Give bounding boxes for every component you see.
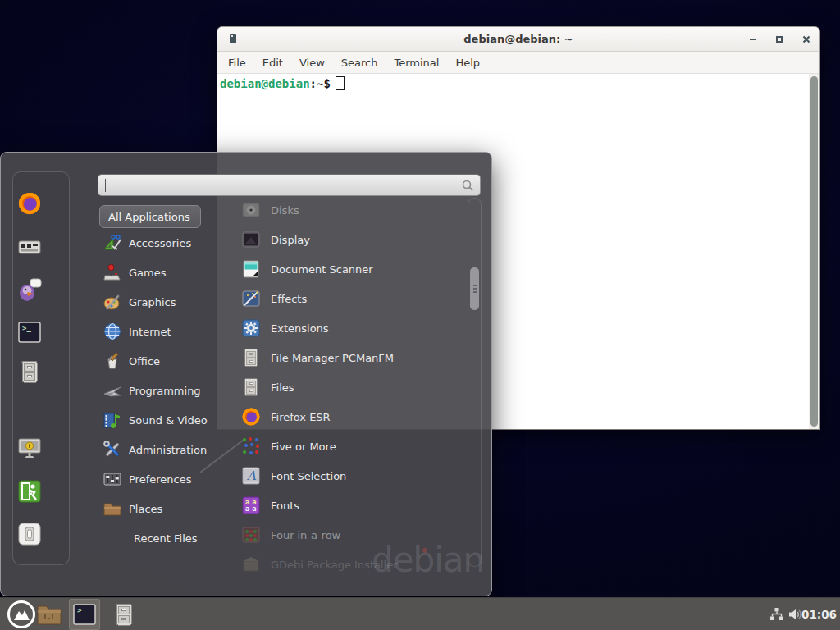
start-menu-button[interactable] [5, 599, 38, 630]
category-all-applications[interactable]: All Applications [99, 205, 201, 228]
programming-icon [103, 381, 122, 400]
logout-icon [17, 479, 42, 504]
menu-terminal[interactable]: Terminal [393, 55, 440, 71]
search-input[interactable] [98, 175, 480, 195]
search-icon [461, 179, 474, 192]
pidgin-icon [17, 277, 42, 302]
category-graphics[interactable]: Graphics [98, 287, 229, 317]
extensions-icon [241, 318, 261, 338]
category-administration[interactable]: Administration [98, 435, 229, 464]
favorite-files-button[interactable] [17, 359, 42, 384]
internet-icon [103, 322, 122, 341]
effects-icon [241, 289, 261, 308]
app-disks[interactable]: Disks [235, 195, 464, 225]
taskbar-files-button[interactable] [109, 599, 139, 630]
lock-screen-icon [17, 436, 42, 460]
accessories-icon [103, 233, 122, 253]
app-document-scanner[interactable]: Document Scanner [235, 254, 464, 284]
preferences-icon [103, 469, 122, 489]
favorite-terminal-button[interactable]: >_ [17, 320, 42, 345]
terminal-cursor [336, 76, 345, 90]
file-cabinet-icon [241, 348, 261, 368]
svg-text:A: A [246, 468, 257, 483]
menu-view[interactable]: View [299, 55, 326, 71]
app-gdebi-package-installer[interactable]: GDebi Package Installer [235, 550, 464, 579]
category-sound-video[interactable]: Sound & Video [98, 405, 229, 435]
app-display[interactable]: Display [235, 225, 464, 254]
svg-text:a a: a a [245, 505, 257, 513]
terminal-scrollbar-thumb[interactable] [810, 76, 818, 427]
favorite-firefox-button[interactable] [17, 191, 42, 216]
category-accessories[interactable]: Accessories [98, 228, 229, 258]
desktop: debian@debian: ~ File Edit View Search T… [0, 0, 840, 630]
terminal-title: debian@debian: ~ [217, 33, 819, 45]
app-list-scrollbar-track[interactable] [468, 198, 482, 567]
svg-text:>_: >_ [77, 606, 86, 614]
file-cabinet-icon [17, 359, 42, 384]
file-cabinet-icon [112, 602, 136, 627]
category-games[interactable]: Games [98, 258, 229, 287]
five-or-more-icon [241, 436, 261, 456]
app-four-in-a-row[interactable]: Four-in-a-row [235, 520, 464, 550]
app-font-selection[interactable]: A Font Selection [235, 461, 464, 491]
app-list-scrollbar-thumb[interactable] [470, 267, 479, 310]
menu-search[interactable]: Search [340, 55, 379, 71]
firefox-icon [241, 407, 261, 427]
folder-icon [37, 604, 62, 625]
applications-menu: debian [0, 152, 492, 596]
logout-button[interactable] [17, 479, 42, 504]
maximize-icon [776, 36, 783, 43]
favorite-settings-button[interactable] [17, 235, 42, 259]
document-scanner-icon [241, 259, 261, 279]
app-files[interactable]: Files [235, 372, 464, 402]
font-selection-icon: A [241, 466, 261, 486]
prompt-path: :~$ [310, 77, 331, 90]
terminal-icon: >_ [17, 320, 42, 345]
minimize-icon [750, 39, 756, 41]
minimize-button[interactable] [746, 34, 758, 45]
app-extensions[interactable]: Extensions [235, 313, 464, 343]
disks-icon [241, 200, 261, 220]
administration-icon [103, 440, 122, 459]
firefox-icon [17, 191, 42, 216]
app-fonts[interactable]: a a a a Fonts [235, 491, 464, 520]
terminal-icon: >_ [72, 602, 97, 627]
shell-prompt: debian@debian:~$ [220, 76, 345, 90]
menu-help[interactable]: Help [454, 55, 481, 71]
places-folder-icon [103, 499, 122, 518]
network-status-button[interactable] [768, 599, 786, 630]
taskbar-file-manager-button[interactable] [34, 599, 64, 630]
taskbar-clock[interactable]: 01:06 [801, 608, 837, 621]
app-firefox-esr[interactable]: Firefox ESR [235, 402, 464, 431]
menu-edit[interactable]: Edit [262, 55, 284, 71]
category-internet[interactable]: Internet [98, 317, 229, 346]
lock-screen-button[interactable] [17, 436, 42, 460]
gdebi-icon [241, 555, 261, 574]
terminal-scrollbar[interactable] [809, 74, 819, 429]
close-button[interactable] [801, 34, 812, 45]
terminal-titlebar[interactable]: debian@debian: ~ [217, 27, 819, 52]
maximize-button[interactable] [774, 34, 785, 45]
file-cabinet-icon [241, 377, 261, 397]
app-file-manager-pcmanfm[interactable]: File Manager PCManFM [235, 343, 464, 372]
shutdown-button[interactable] [17, 522, 42, 546]
taskbar: >_ [0, 597, 840, 630]
graphics-icon [103, 292, 122, 312]
display-icon [241, 230, 261, 249]
close-icon [802, 35, 810, 43]
svg-text:>_: >_ [22, 324, 31, 332]
category-preferences[interactable]: Preferences [98, 464, 229, 494]
category-programming[interactable]: Programming [98, 376, 229, 405]
fonts-icon: a a a a [241, 495, 261, 515]
app-effects[interactable]: Effects [235, 284, 464, 313]
games-icon [103, 262, 122, 282]
terminal-menubar: File Edit View Search Terminal Help [217, 52, 819, 74]
category-recent-files[interactable]: Recent Files [98, 523, 229, 553]
favorite-pidgin-button[interactable] [17, 277, 42, 302]
category-office[interactable]: Office [98, 346, 229, 376]
start-menu-icon [7, 600, 36, 629]
category-places[interactable]: Places [98, 494, 229, 523]
taskbar-terminal-window-button[interactable]: >_ [69, 599, 100, 630]
app-five-or-more[interactable]: Five or More [235, 431, 464, 461]
menu-file[interactable]: File [227, 55, 247, 71]
